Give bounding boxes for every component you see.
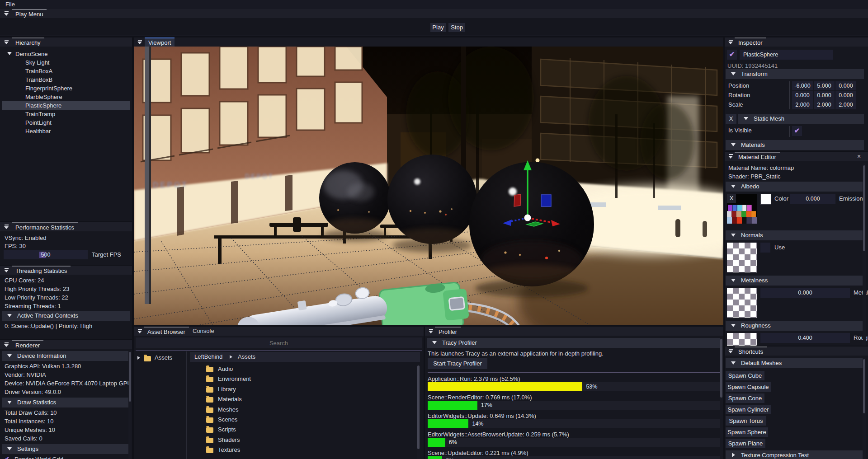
collapse-icon[interactable] [137, 329, 142, 334]
normals-header[interactable]: Normals [726, 230, 864, 240]
spawn-sphere-button[interactable]: Spawn Sphere [726, 427, 768, 437]
tree-node-root[interactable]: DemoScene [2, 50, 130, 58]
scrollbar[interactable] [863, 164, 866, 346]
performance-title[interactable]: Performance Statistics [12, 222, 78, 231]
metalness-header[interactable]: Metalness [726, 276, 864, 286]
tree-node[interactable]: PointLight [2, 118, 130, 127]
folder-row[interactable]: Scripts [206, 425, 414, 435]
folder-row[interactable]: Scenes [206, 415, 414, 425]
remove-component-button[interactable]: X [726, 114, 736, 124]
collapse-icon[interactable] [4, 342, 9, 347]
tree-node-selected[interactable]: PlasticSphere [2, 101, 130, 110]
entity-enabled-checkbox[interactable]: ✔ [727, 50, 737, 60]
normals-use-checkbox[interactable] [760, 243, 770, 253]
collapse-icon[interactable] [728, 154, 733, 159]
rotation-z-input[interactable]: 0.000 [835, 91, 856, 100]
albedo-color-swatch[interactable] [760, 194, 771, 205]
spawn-cylinder-button[interactable]: Spawn Cylinder [726, 405, 771, 414]
folder-row[interactable]: Audio [206, 365, 414, 375]
roughness-texture-preview[interactable] [727, 333, 757, 346]
render-world-grid-checkbox[interactable]: ✔ [5, 455, 9, 459]
tracy-profiler-header[interactable]: Tracy Profiler [427, 338, 720, 348]
rotation-y-input[interactable]: 0.000 [814, 91, 835, 100]
folder-row[interactable]: Textures [206, 445, 414, 455]
position-x-input[interactable]: -6.000 [792, 81, 813, 90]
threading-title[interactable]: Threading Statistics [12, 266, 71, 275]
roughness-header[interactable]: Roughness [726, 321, 864, 331]
roughness-input[interactable]: 0.400 [760, 333, 850, 343]
tree-node[interactable]: FingerprintSphere [2, 84, 130, 93]
remove-albedo-texture-button[interactable]: X [727, 194, 736, 203]
tree-node[interactable]: MarbleSphere [2, 93, 130, 101]
materials-header[interactable]: Materials [726, 140, 864, 150]
spawn-cube-button[interactable]: Spawn Cube [726, 371, 764, 380]
shortcuts-title[interactable]: Shortcuts [735, 347, 767, 356]
metalness-input[interactable]: 0.000 [760, 288, 850, 298]
albedo-header[interactable]: Albedo [726, 182, 864, 192]
breadcrumb-folder[interactable]: Assets [238, 353, 255, 360]
collapse-icon[interactable] [4, 40, 9, 45]
texture-compression-test-header[interactable]: Texture Compression Test [726, 450, 864, 459]
collapse-icon[interactable] [137, 40, 142, 45]
albedo-texture-preview[interactable]: X [727, 194, 757, 224]
spawn-capsule-button[interactable]: Spawn Capsule [726, 382, 771, 392]
asset-browser-tab[interactable]: Asset Browser [144, 327, 189, 336]
tree-node[interactable]: Sky Light [2, 58, 130, 67]
entity-name-input[interactable]: PlasticSphere [740, 50, 833, 60]
profiler-title[interactable]: Profiler [435, 327, 461, 336]
tree-node[interactable]: TrainBoxA [2, 67, 130, 75]
tree-node[interactable]: Healthbar [2, 127, 130, 136]
console-tab[interactable]: Console [189, 327, 218, 336]
viewport-tab[interactable]: Viewport [145, 37, 175, 47]
collapse-icon[interactable] [4, 11, 9, 16]
play-menu-header[interactable]: Play Menu [0, 9, 868, 18]
gizmo-center-handle[interactable] [524, 215, 531, 221]
tree-node[interactable]: TrainBoxB [2, 75, 130, 84]
static-mesh-header[interactable]: Static Mesh [738, 114, 864, 124]
scale-z-input[interactable]: 2.000 [835, 100, 856, 109]
tree-node[interactable]: TrainTramp [2, 110, 130, 118]
collapse-icon[interactable] [429, 329, 434, 334]
menu-file[interactable]: File [5, 1, 15, 8]
settings-header[interactable]: Settings [2, 444, 128, 454]
spawn-torus-button[interactable]: Spawn Torus [726, 416, 766, 426]
folder-row[interactable]: Materials [206, 395, 414, 405]
close-icon[interactable]: × [857, 153, 861, 160]
device-information-header[interactable]: Device Information [2, 351, 128, 361]
scrollbar[interactable] [720, 338, 723, 459]
gizmo-plane-handle-blue[interactable] [541, 195, 551, 206]
scrollbar[interactable] [128, 351, 132, 459]
collapse-icon[interactable] [4, 268, 9, 273]
renderer-title[interactable]: Renderer [12, 340, 43, 349]
inspector-title[interactable]: Inspector [735, 37, 766, 47]
metalness-texture-preview[interactable] [727, 288, 757, 318]
emission-input[interactable]: 0.000 [790, 194, 835, 204]
folder-row[interactable]: Meshes [206, 405, 414, 415]
collapse-icon[interactable] [728, 40, 733, 45]
expand-arrow-icon[interactable] [7, 52, 12, 55]
breadcrumb-project[interactable]: LeftBehind [194, 353, 222, 360]
collapse-icon[interactable] [728, 349, 733, 354]
scrollbar[interactable] [417, 365, 420, 459]
active-thread-contexts-header[interactable]: Active Thread Contexts [2, 311, 130, 321]
spawn-cone-button[interactable]: Spawn Cone [726, 393, 764, 403]
play-menu-title[interactable]: Play Menu [12, 9, 47, 18]
spawn-plane-button[interactable]: Spawn Plane [726, 439, 765, 448]
folder-row[interactable]: Library [206, 385, 414, 395]
viewport-canvas[interactable]: DEPOT DEPOT [134, 47, 723, 325]
asset-tree-item[interactable]: Assets [137, 354, 182, 363]
default-meshes-header[interactable]: Default Meshes [726, 358, 864, 368]
scrollbar[interactable] [863, 358, 866, 459]
stop-button[interactable]: Stop [448, 23, 465, 32]
hierarchy-title[interactable]: Hierarchy [12, 37, 44, 47]
position-y-input[interactable]: 5.000 [814, 81, 835, 90]
expand-arrow-icon[interactable] [137, 356, 140, 360]
material-editor-title[interactable]: Material Editor [735, 152, 780, 161]
is-visible-checkbox[interactable]: ✔ [792, 126, 802, 136]
folder-row[interactable]: Shaders [206, 436, 414, 445]
collapse-icon[interactable] [4, 225, 9, 230]
asset-search-input[interactable] [136, 337, 422, 348]
scale-y-input[interactable]: 2.000 [814, 100, 835, 109]
normals-texture-preview[interactable] [727, 243, 757, 272]
transform-header[interactable]: Transform [726, 69, 864, 79]
